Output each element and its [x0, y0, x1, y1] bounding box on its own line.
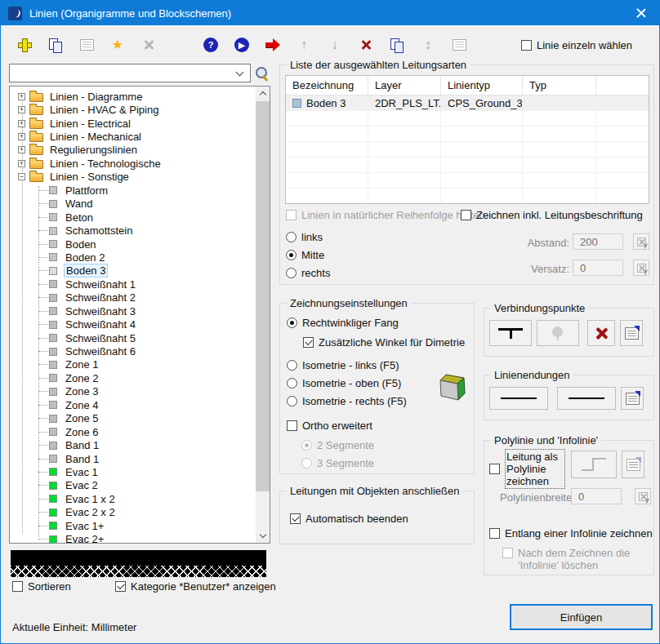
tree-item[interactable]: Evac 2 x 2	[10, 506, 256, 519]
tree-item[interactable]: Schweißnaht 4	[10, 318, 256, 331]
tree-scrollbar[interactable]	[256, 87, 270, 543]
search-icon[interactable]	[254, 66, 269, 81]
draw-with-labels-checkbox[interactable]: Zeichnen inkl. Leitungsbeschriftung	[461, 209, 643, 221]
connection-properties-button[interactable]	[620, 320, 643, 346]
tree-item[interactable]: Schweißnaht 6	[10, 344, 256, 358]
dimetrie-checkbox[interactable]: Zusätzliche Winkel für Dimetrie	[303, 336, 465, 349]
remove-icon[interactable]	[350, 33, 381, 56]
align-links-radio[interactable]: links	[286, 231, 323, 243]
column-header[interactable]: Typ	[523, 76, 596, 95]
tree-item[interactable]: Schweißnaht 2	[10, 291, 256, 304]
scroll-up-icon[interactable]	[256, 87, 270, 100]
kategorie-benutzer-checkbox[interactable]: Kategorie *Benutzer* anzeigen	[115, 580, 276, 593]
expand-icon[interactable]: +	[18, 106, 25, 113]
expand-icon[interactable]: +	[18, 133, 25, 140]
iso-links-radio[interactable]: Isometrie - links (F5)	[287, 359, 399, 371]
checkbox-box	[489, 528, 500, 539]
line-type-swatch	[49, 495, 57, 503]
favorite-icon[interactable]: ★	[102, 33, 133, 56]
scroll-down-icon[interactable]	[256, 529, 270, 543]
insert-button[interactable]: Einfügen	[510, 604, 653, 630]
tree-item[interactable]: Boden 2	[10, 251, 256, 264]
tree-item[interactable]: Plattform	[10, 184, 256, 197]
delete-connection-button[interactable]	[587, 320, 615, 346]
run-icon[interactable]: ▶	[226, 33, 257, 56]
tree-item[interactable]: Beton	[10, 211, 256, 224]
tree-item[interactable]: Evac 1 x 2	[10, 492, 256, 505]
tree-item[interactable]: Boden	[10, 238, 256, 251]
tree-connector	[38, 499, 48, 500]
copy-icon[interactable]	[40, 33, 71, 56]
tree-item[interactable]: Evac 2	[10, 479, 256, 492]
close-button[interactable]	[622, 1, 659, 25]
red-x-icon	[594, 326, 609, 340]
align-mitte-radio[interactable]: Mitte	[286, 249, 324, 261]
tree-item[interactable]: Evac 2+	[10, 532, 256, 543]
add-icon[interactable]	[9, 33, 40, 56]
t-junction-button[interactable]	[489, 320, 532, 346]
checkbox-box	[303, 337, 314, 348]
rect-snap-radio[interactable]: Rechtwinkliger Fang	[287, 317, 399, 329]
column-header[interactable]: Linientyp	[441, 76, 523, 95]
selected-lines-table[interactable]: BezeichnungLayerLinientypTypBoden 32DR_P…	[285, 75, 649, 204]
tree-item[interactable]: Evac 1+	[10, 519, 256, 532]
collapse-icon[interactable]: −	[18, 173, 25, 180]
ortho-checkbox[interactable]: Ortho erweitert	[287, 420, 372, 432]
tree-item[interactable]: Zone 2	[10, 371, 256, 384]
tree-folder[interactable]: +Linien - Diagramme	[10, 90, 256, 103]
text-tag-icon[interactable]	[164, 33, 195, 56]
single-line-checkbox[interactable]: Linie einzeln wählen	[521, 39, 632, 51]
tree-connector	[38, 297, 48, 298]
column-header[interactable]: Layer	[368, 76, 441, 95]
line-end-button[interactable]	[557, 387, 616, 410]
tree-folder[interactable]: +Linien - HVAC & Piping	[10, 103, 256, 116]
tree-item[interactable]: Band 1	[10, 452, 256, 465]
radio-dot	[287, 360, 297, 371]
as-polyline-checkbox[interactable]: Leitung als Polylinie zeichnen	[489, 449, 568, 489]
search-combobox[interactable]	[9, 64, 251, 82]
tree-folder[interactable]: −Linien - Sonstige	[10, 171, 256, 184]
line-type-swatch	[49, 240, 57, 248]
expand-icon[interactable]: +	[18, 160, 25, 167]
table-row[interactable]: Boden 32DR_PLS_LT...CPS_Ground_3	[286, 95, 649, 111]
sortieren-checkbox[interactable]: Sortieren	[12, 580, 71, 593]
auto-finish-checkbox[interactable]: Automatisch beenden	[290, 513, 408, 525]
expand-icon[interactable]: +	[18, 120, 25, 127]
tree-item[interactable]: Zone 1	[10, 358, 256, 371]
tree-item[interactable]: Boden 3	[10, 264, 256, 278]
tree-folder[interactable]: +Linien - Mechanical	[10, 130, 256, 143]
scroll-thumb[interactable]	[256, 101, 270, 491]
tree-item[interactable]: Schweißnaht 5	[10, 331, 256, 344]
endings-properties-button[interactable]	[621, 387, 644, 410]
tree-item[interactable]: Schweißnaht 1	[10, 278, 256, 291]
tree-folder[interactable]: +Regulierungslinien	[10, 144, 256, 157]
column-header[interactable]: Bezeichnung	[286, 76, 368, 95]
expand-icon[interactable]: +	[18, 93, 25, 100]
tree-item[interactable]: Band 1	[10, 438, 256, 451]
tree-item[interactable]: Schweißnaht 3	[10, 304, 256, 318]
tree-folder[interactable]: +Linien - Technologische	[10, 157, 256, 170]
tree-item[interactable]: Zone 5	[10, 412, 256, 425]
tree-item[interactable]: Wand	[10, 198, 256, 211]
align-rechts-radio[interactable]: rechts	[286, 267, 330, 279]
column-header[interactable]	[596, 76, 649, 95]
line-start-button[interactable]	[489, 387, 548, 410]
arrow-right-icon[interactable]	[257, 33, 288, 56]
expand-icon[interactable]: +	[18, 146, 25, 153]
infoline-checkbox[interactable]: Entlang einer Infolinie zeichnen	[489, 527, 653, 540]
help-icon[interactable]: ?	[195, 33, 226, 56]
node-point-icon	[551, 326, 565, 340]
chevron-down-icon[interactable]	[236, 69, 244, 77]
tree-folder[interactable]: +Linien - Electrical	[10, 117, 256, 130]
table-cell	[286, 173, 368, 189]
tree-item[interactable]: Zone 4	[10, 398, 256, 411]
iso-oben-radio[interactable]: Isometrie - oben (F5)	[287, 377, 401, 389]
copy-row-icon[interactable]	[381, 33, 412, 56]
tree-connector	[38, 244, 48, 245]
tree-item[interactable]: Zone 6	[10, 425, 256, 438]
iso-rechts-radio[interactable]: Isometrie - rechts (F5)	[287, 395, 407, 407]
swap-updown-icon: ↕	[412, 33, 444, 56]
tree-item[interactable]: Zone 3	[10, 385, 256, 398]
tree-item[interactable]: Schamottstein	[10, 224, 256, 237]
tree-item[interactable]: Evac 1	[10, 465, 256, 478]
